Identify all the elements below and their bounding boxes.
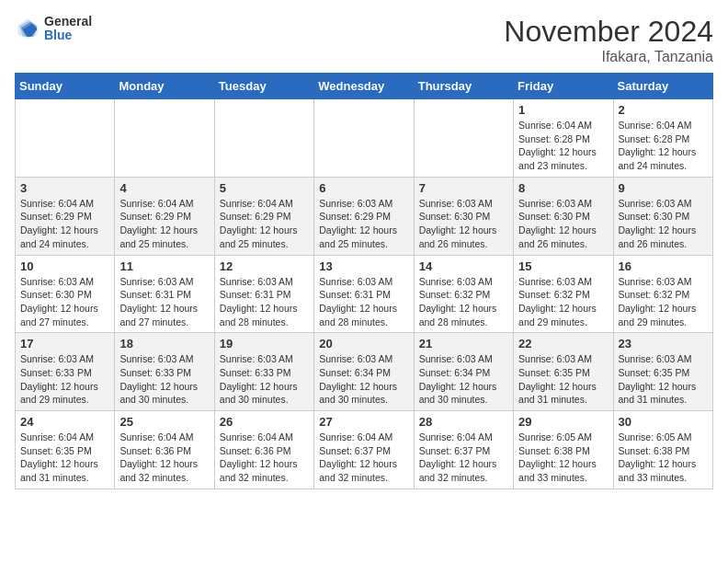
calendar-day-cell	[16, 99, 115, 178]
day-info: Sunrise: 6:04 AM Sunset: 6:36 PM Dayligh…	[119, 431, 209, 485]
calendar-day-cell: 26Sunrise: 6:04 AM Sunset: 6:36 PM Dayli…	[214, 411, 313, 489]
calendar-day-cell: 25Sunrise: 6:04 AM Sunset: 6:36 PM Dayli…	[115, 411, 214, 489]
calendar-week-row: 3Sunrise: 6:04 AM Sunset: 6:29 PM Daylig…	[16, 177, 713, 255]
calendar-day-cell: 30Sunrise: 6:05 AM Sunset: 6:38 PM Dayli…	[613, 411, 712, 489]
day-number: 23	[619, 337, 708, 350]
weekday-header: Friday	[514, 74, 613, 99]
calendar-day-cell: 15Sunrise: 6:03 AM Sunset: 6:32 PM Dayli…	[514, 255, 613, 333]
day-info: Sunrise: 6:04 AM Sunset: 6:29 PM Dayligh…	[20, 197, 109, 251]
calendar-day-cell	[314, 99, 414, 178]
day-number: 17	[20, 337, 109, 350]
calendar-header-row: SundayMondayTuesdayWednesdayThursdayFrid…	[16, 74, 713, 99]
day-number: 14	[419, 259, 508, 273]
calendar-day-cell: 11Sunrise: 6:03 AM Sunset: 6:31 PM Dayli…	[115, 255, 214, 333]
calendar-day-cell: 19Sunrise: 6:03 AM Sunset: 6:33 PM Dayli…	[214, 333, 313, 411]
logo-blue-text: Blue	[44, 29, 92, 42]
calendar-day-cell: 22Sunrise: 6:03 AM Sunset: 6:35 PM Dayli…	[514, 333, 613, 411]
day-info: Sunrise: 6:04 AM Sunset: 6:28 PM Dayligh…	[518, 119, 608, 173]
day-info: Sunrise: 6:03 AM Sunset: 6:35 PM Dayligh…	[518, 352, 608, 407]
day-number: 18	[119, 337, 209, 350]
calendar-day-cell	[214, 99, 313, 178]
day-info: Sunrise: 6:04 AM Sunset: 6:35 PM Dayligh…	[20, 431, 109, 485]
day-info: Sunrise: 6:03 AM Sunset: 6:35 PM Dayligh…	[619, 352, 708, 407]
day-number: 9	[619, 181, 708, 195]
day-info: Sunrise: 6:03 AM Sunset: 6:32 PM Dayligh…	[619, 275, 708, 329]
day-info: Sunrise: 6:03 AM Sunset: 6:30 PM Dayligh…	[20, 275, 109, 329]
day-number: 20	[319, 337, 408, 350]
location-title: Ifakara, Tanzania	[504, 49, 713, 65]
day-info: Sunrise: 6:05 AM Sunset: 6:38 PM Dayligh…	[619, 431, 708, 485]
day-info: Sunrise: 6:03 AM Sunset: 6:34 PM Dayligh…	[419, 352, 508, 407]
calendar-day-cell: 13Sunrise: 6:03 AM Sunset: 6:31 PM Dayli…	[314, 255, 414, 333]
calendar-week-row: 17Sunrise: 6:03 AM Sunset: 6:33 PM Dayli…	[16, 333, 713, 411]
day-number: 2	[619, 103, 708, 117]
day-info: Sunrise: 6:04 AM Sunset: 6:28 PM Dayligh…	[619, 119, 708, 173]
day-number: 28	[419, 415, 508, 429]
day-info: Sunrise: 6:03 AM Sunset: 6:34 PM Dayligh…	[319, 352, 408, 407]
calendar-day-cell: 17Sunrise: 6:03 AM Sunset: 6:33 PM Dayli…	[16, 333, 115, 411]
logo-icon	[15, 16, 40, 41]
logo-text: General Blue	[44, 15, 92, 43]
day-number: 16	[619, 259, 708, 273]
page-header: General Blue November 2024 Ifakara, Tanz…	[15, 15, 713, 65]
day-info: Sunrise: 6:03 AM Sunset: 6:33 PM Dayligh…	[119, 352, 209, 407]
day-info: Sunrise: 6:03 AM Sunset: 6:30 PM Dayligh…	[419, 197, 508, 251]
calendar-day-cell: 20Sunrise: 6:03 AM Sunset: 6:34 PM Dayli…	[314, 333, 414, 411]
weekday-header: Thursday	[414, 74, 513, 99]
calendar-week-row: 24Sunrise: 6:04 AM Sunset: 6:35 PM Dayli…	[16, 411, 713, 489]
title-block: November 2024 Ifakara, Tanzania	[504, 15, 713, 65]
calendar-day-cell: 9Sunrise: 6:03 AM Sunset: 6:30 PM Daylig…	[613, 177, 712, 255]
day-info: Sunrise: 6:05 AM Sunset: 6:38 PM Dayligh…	[518, 431, 608, 485]
calendar-day-cell	[115, 99, 214, 178]
calendar-day-cell: 21Sunrise: 6:03 AM Sunset: 6:34 PM Dayli…	[414, 333, 513, 411]
calendar-table: SundayMondayTuesdayWednesdayThursdayFrid…	[15, 73, 713, 489]
day-number: 27	[319, 415, 408, 429]
day-number: 6	[319, 181, 408, 195]
weekday-header: Wednesday	[314, 74, 414, 99]
calendar-day-cell: 8Sunrise: 6:03 AM Sunset: 6:30 PM Daylig…	[514, 177, 613, 255]
day-info: Sunrise: 6:03 AM Sunset: 6:32 PM Dayligh…	[518, 275, 608, 329]
weekday-header: Saturday	[613, 74, 712, 99]
day-number: 12	[220, 259, 309, 273]
day-number: 13	[319, 259, 408, 273]
calendar-day-cell: 24Sunrise: 6:04 AM Sunset: 6:35 PM Dayli…	[16, 411, 115, 489]
day-info: Sunrise: 6:04 AM Sunset: 6:29 PM Dayligh…	[220, 197, 309, 251]
day-info: Sunrise: 6:03 AM Sunset: 6:29 PM Dayligh…	[319, 197, 408, 251]
calendar-day-cell	[414, 99, 513, 178]
calendar-week-row: 10Sunrise: 6:03 AM Sunset: 6:30 PM Dayli…	[16, 255, 713, 333]
day-number: 26	[220, 415, 309, 429]
calendar-day-cell: 18Sunrise: 6:03 AM Sunset: 6:33 PM Dayli…	[115, 333, 214, 411]
calendar-day-cell: 3Sunrise: 6:04 AM Sunset: 6:29 PM Daylig…	[16, 177, 115, 255]
calendar-day-cell: 14Sunrise: 6:03 AM Sunset: 6:32 PM Dayli…	[414, 255, 513, 333]
day-number: 24	[20, 415, 109, 429]
month-title: November 2024	[504, 15, 713, 49]
day-number: 25	[119, 415, 209, 429]
calendar-week-row: 1Sunrise: 6:04 AM Sunset: 6:28 PM Daylig…	[16, 99, 713, 178]
day-number: 19	[220, 337, 309, 350]
calendar-day-cell: 1Sunrise: 6:04 AM Sunset: 6:28 PM Daylig…	[514, 99, 613, 178]
day-info: Sunrise: 6:03 AM Sunset: 6:32 PM Dayligh…	[419, 275, 508, 329]
day-info: Sunrise: 6:04 AM Sunset: 6:36 PM Dayligh…	[220, 431, 309, 485]
day-info: Sunrise: 6:03 AM Sunset: 6:31 PM Dayligh…	[119, 275, 209, 329]
day-info: Sunrise: 6:04 AM Sunset: 6:37 PM Dayligh…	[419, 431, 508, 485]
calendar-day-cell: 16Sunrise: 6:03 AM Sunset: 6:32 PM Dayli…	[613, 255, 712, 333]
calendar-day-cell: 23Sunrise: 6:03 AM Sunset: 6:35 PM Dayli…	[613, 333, 712, 411]
logo: General Blue	[15, 15, 92, 43]
calendar-day-cell: 7Sunrise: 6:03 AM Sunset: 6:30 PM Daylig…	[414, 177, 513, 255]
day-info: Sunrise: 6:04 AM Sunset: 6:29 PM Dayligh…	[119, 197, 209, 251]
weekday-header: Tuesday	[214, 74, 313, 99]
calendar-day-cell: 27Sunrise: 6:04 AM Sunset: 6:37 PM Dayli…	[314, 411, 414, 489]
day-number: 7	[419, 181, 508, 195]
day-info: Sunrise: 6:03 AM Sunset: 6:33 PM Dayligh…	[220, 352, 309, 407]
day-number: 10	[20, 259, 109, 273]
day-number: 11	[119, 259, 209, 273]
day-info: Sunrise: 6:03 AM Sunset: 6:31 PM Dayligh…	[319, 275, 408, 329]
weekday-header: Monday	[115, 74, 214, 99]
calendar-day-cell: 10Sunrise: 6:03 AM Sunset: 6:30 PM Dayli…	[16, 255, 115, 333]
calendar-day-cell: 5Sunrise: 6:04 AM Sunset: 6:29 PM Daylig…	[214, 177, 313, 255]
calendar-day-cell: 4Sunrise: 6:04 AM Sunset: 6:29 PM Daylig…	[115, 177, 214, 255]
day-info: Sunrise: 6:03 AM Sunset: 6:33 PM Dayligh…	[20, 352, 109, 407]
calendar-day-cell: 28Sunrise: 6:04 AM Sunset: 6:37 PM Dayli…	[414, 411, 513, 489]
calendar-day-cell: 2Sunrise: 6:04 AM Sunset: 6:28 PM Daylig…	[613, 99, 712, 178]
day-info: Sunrise: 6:03 AM Sunset: 6:31 PM Dayligh…	[220, 275, 309, 329]
